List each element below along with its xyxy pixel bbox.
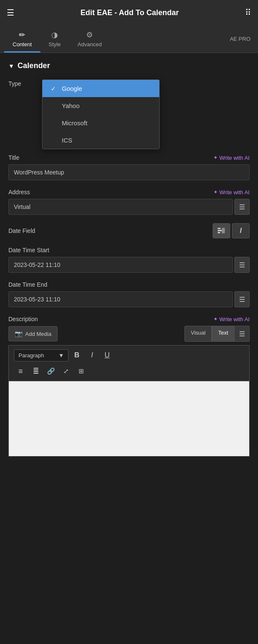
- editor-toolbar-row1: Paragraph ▼ B I U: [14, 349, 244, 362]
- tab-bar: ✏ Content ◑ Style ⚙ Advanced AE PRO: [0, 25, 258, 53]
- editor-toolbar-row2: ≡ ≣ 🔗 ⤢ ⊞: [14, 365, 244, 377]
- camera-icon: 📷: [15, 330, 23, 338]
- hamburger-menu-icon[interactable]: ☰: [7, 8, 14, 18]
- date-field-dynamic-button[interactable]: [213, 223, 230, 238]
- header-title: Edit EAE - Add To Calendar: [80, 8, 179, 17]
- date-time-start-stack-button[interactable]: ☰: [234, 257, 250, 273]
- editor-toolbar: Paragraph ▼ B I U ≡ ≣ 🔗 ⤢ ⊞: [8, 345, 250, 381]
- paragraph-chevron-icon: ▼: [58, 352, 64, 359]
- tab-advanced[interactable]: ⚙ Advanced: [69, 25, 110, 53]
- address-label: Address: [8, 189, 30, 195]
- add-media-label: Add Media: [25, 331, 51, 337]
- style-tab-label: Style: [49, 41, 61, 48]
- title-label-row: Title Write with AI: [8, 154, 250, 161]
- paragraph-label: Paragraph: [18, 352, 44, 359]
- description-label: Description: [8, 316, 38, 322]
- date-field-label: Date Field: [8, 227, 35, 234]
- section-collapse-arrow[interactable]: ▼: [8, 63, 14, 69]
- section-header: ▼ Calender: [8, 61, 250, 70]
- svg-rect-2: [218, 232, 220, 233]
- address-input[interactable]: [8, 199, 233, 215]
- date-time-start-label: Date Time Start: [8, 247, 49, 253]
- content-area: ▼ Calender Type ✓ Google Yahoo Microsoft: [0, 53, 258, 473]
- dropdown-option-microsoft[interactable]: Microsoft: [42, 114, 159, 132]
- advanced-tab-icon: ⚙: [86, 30, 93, 40]
- dropdown-option-google[interactable]: ✓ Google: [42, 80, 159, 97]
- grid-menu-icon[interactable]: ⠿: [245, 8, 251, 18]
- date-time-end-stack-button[interactable]: ☰: [234, 291, 250, 307]
- text-button[interactable]: Text: [212, 326, 234, 342]
- style-tab-icon: ◑: [51, 30, 58, 40]
- description-write-ai-button[interactable]: Write with AI: [213, 316, 250, 322]
- editor-body[interactable]: [8, 381, 250, 457]
- tab-content[interactable]: ✏ Content: [4, 25, 40, 53]
- date-time-end-input[interactable]: [8, 291, 233, 307]
- content-tab-label: Content: [13, 41, 32, 48]
- tab-style[interactable]: ◑ Style: [40, 25, 69, 53]
- title-input-row: [8, 164, 250, 180]
- address-field-row: Address Write with AI ☰: [8, 189, 250, 215]
- ae-pro-label: AE PRO: [226, 31, 254, 47]
- table-button[interactable]: ⊞: [74, 365, 88, 377]
- ordered-list-button[interactable]: ≣: [29, 365, 42, 377]
- date-time-end-row: Date Time End ☰: [8, 281, 250, 307]
- dropdown-option-microsoft-label: Microsoft: [62, 119, 87, 127]
- date-field-row: Date Field I: [8, 223, 250, 238]
- add-media-button[interactable]: 📷 Add Media: [8, 326, 58, 341]
- date-time-start-input-row: ☰: [8, 257, 250, 273]
- title-write-ai-button[interactable]: Write with AI: [213, 155, 250, 161]
- address-stack-button[interactable]: ☰: [234, 199, 250, 215]
- svg-rect-3: [222, 228, 225, 233]
- title-field-row: Title Write with AI: [8, 154, 250, 180]
- app-header: ☰ Edit EAE - Add To Calendar ⠿: [0, 0, 258, 25]
- paragraph-select[interactable]: Paragraph ▼: [14, 349, 68, 362]
- description-row: Description Write with AI 📷 Add Media Vi…: [8, 316, 250, 457]
- date-time-end-label: Date Time End: [8, 281, 47, 288]
- visual-button[interactable]: Visual: [184, 326, 212, 342]
- italic-button[interactable]: I: [85, 349, 99, 362]
- title-input[interactable]: [8, 164, 250, 180]
- type-field-row: Type ✓ Google Yahoo Microsoft ICS: [8, 80, 250, 87]
- dropdown-option-yahoo[interactable]: Yahoo: [42, 97, 159, 114]
- date-field-cursor-button[interactable]: I: [232, 223, 250, 238]
- date-time-end-input-row: ☰: [8, 291, 250, 307]
- svg-rect-1: [218, 230, 222, 231]
- address-input-row: ☰: [8, 199, 250, 215]
- date-time-start-row: Date Time Start ☰: [8, 247, 250, 273]
- dropdown-option-google-label: Google: [62, 85, 82, 92]
- content-tab-icon: ✏: [19, 30, 25, 40]
- section-title: Calender: [18, 61, 50, 70]
- unordered-list-button[interactable]: ≡: [14, 365, 27, 377]
- dropdown-option-ics[interactable]: ICS: [42, 132, 159, 149]
- description-label-row: Description Write with AI: [8, 316, 250, 322]
- dropdown-option-yahoo-label: Yahoo: [62, 102, 79, 109]
- date-time-start-label-row: Date Time Start: [8, 247, 250, 253]
- address-write-ai-button[interactable]: Write with AI: [213, 189, 250, 195]
- date-time-end-label-row: Date Time End: [8, 281, 250, 288]
- title-label: Title: [8, 154, 19, 161]
- fullscreen-button[interactable]: ⤢: [59, 365, 73, 377]
- dynamic-icon: [218, 228, 225, 234]
- svg-rect-0: [218, 228, 221, 229]
- advanced-tab-label: Advanced: [77, 41, 102, 48]
- check-icon: ✓: [51, 85, 58, 92]
- date-field-buttons: I: [213, 223, 250, 238]
- type-label: Type: [8, 80, 42, 87]
- link-button[interactable]: 🔗: [44, 365, 58, 377]
- visual-text-toggle: Visual Text ☰: [184, 326, 250, 342]
- desc-stack-button[interactable]: ☰: [234, 326, 250, 342]
- address-label-row: Address Write with AI: [8, 189, 250, 195]
- date-time-start-input[interactable]: [8, 257, 233, 273]
- type-dropdown-menu[interactable]: ✓ Google Yahoo Microsoft ICS: [42, 79, 160, 149]
- dropdown-option-ics-label: ICS: [62, 137, 72, 144]
- bold-button[interactable]: B: [70, 349, 84, 362]
- underline-button[interactable]: U: [100, 349, 114, 362]
- description-toolbar: 📷 Add Media Visual Text ☰: [8, 326, 250, 342]
